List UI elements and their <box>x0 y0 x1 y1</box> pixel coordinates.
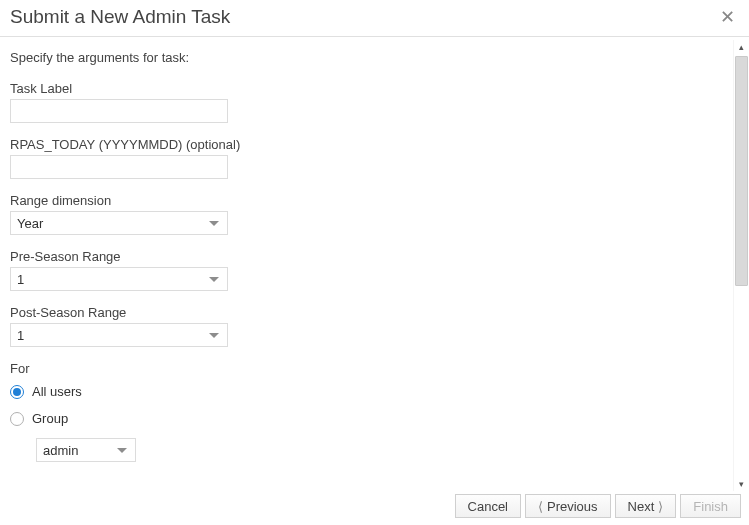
scroll-down-icon[interactable]: ▾ <box>734 477 749 491</box>
radio-all-users-row: All users <box>10 384 723 399</box>
cancel-button-label: Cancel <box>468 499 508 514</box>
dialog-title: Submit a New Admin Task <box>10 6 230 28</box>
post-season-value: 1 <box>17 328 24 343</box>
post-season-select[interactable]: 1 <box>10 323 228 347</box>
dialog-footer: Cancel ⟨ Previous Next ⟩ Finish <box>0 491 749 525</box>
close-icon[interactable]: ✕ <box>716 6 739 28</box>
chevron-right-icon: ⟩ <box>658 500 663 513</box>
vertical-scrollbar[interactable]: ▴ ▾ <box>733 40 749 491</box>
next-button-label: Next <box>628 499 655 514</box>
group-select[interactable]: admin <box>36 438 136 462</box>
dialog-header: Submit a New Admin Task ✕ <box>0 0 749 37</box>
pre-season-select[interactable]: 1 <box>10 267 228 291</box>
radio-all-users-label: All users <box>32 384 82 399</box>
field-for: For All users Group admin <box>10 361 723 462</box>
field-post-season: Post-Season Range 1 <box>10 305 723 347</box>
pre-season-value: 1 <box>17 272 24 287</box>
chevron-down-icon <box>209 221 219 226</box>
previous-button[interactable]: ⟨ Previous <box>525 494 611 518</box>
radio-all-users[interactable] <box>10 385 24 399</box>
next-button[interactable]: Next ⟩ <box>615 494 677 518</box>
rpas-today-input[interactable] <box>10 155 228 179</box>
range-dimension-label: Range dimension <box>10 193 723 208</box>
range-dimension-select[interactable]: Year <box>10 211 228 235</box>
radio-group-row: Group <box>10 411 723 426</box>
pre-season-label: Pre-Season Range <box>10 249 723 264</box>
instructions-text: Specify the arguments for task: <box>10 50 723 65</box>
previous-button-label: Previous <box>547 499 598 514</box>
radio-group-label: Group <box>32 411 68 426</box>
post-season-label: Post-Season Range <box>10 305 723 320</box>
scroll-up-icon[interactable]: ▴ <box>734 40 749 54</box>
task-label-label: Task Label <box>10 81 723 96</box>
field-rpas-today: RPAS_TODAY (YYYYMMDD) (optional) <box>10 137 723 179</box>
cancel-button[interactable]: Cancel <box>455 494 521 518</box>
range-dimension-value: Year <box>17 216 43 231</box>
scroll-thumb[interactable] <box>735 56 748 286</box>
chevron-down-icon <box>209 333 219 338</box>
for-label: For <box>10 361 723 376</box>
field-range-dimension: Range dimension Year <box>10 193 723 235</box>
chevron-left-icon: ⟨ <box>538 500 543 513</box>
dialog-body: Specify the arguments for task: Task Lab… <box>0 40 733 491</box>
chevron-down-icon <box>209 277 219 282</box>
field-task-label: Task Label <box>10 81 723 123</box>
rpas-today-label: RPAS_TODAY (YYYYMMDD) (optional) <box>10 137 723 152</box>
finish-button-label: Finish <box>693 499 728 514</box>
finish-button: Finish <box>680 494 741 518</box>
dialog-body-wrap: Specify the arguments for task: Task Lab… <box>0 40 749 491</box>
chevron-down-icon <box>117 448 127 453</box>
task-label-input[interactable] <box>10 99 228 123</box>
group-select-value: admin <box>43 443 78 458</box>
radio-group[interactable] <box>10 412 24 426</box>
field-pre-season: Pre-Season Range 1 <box>10 249 723 291</box>
